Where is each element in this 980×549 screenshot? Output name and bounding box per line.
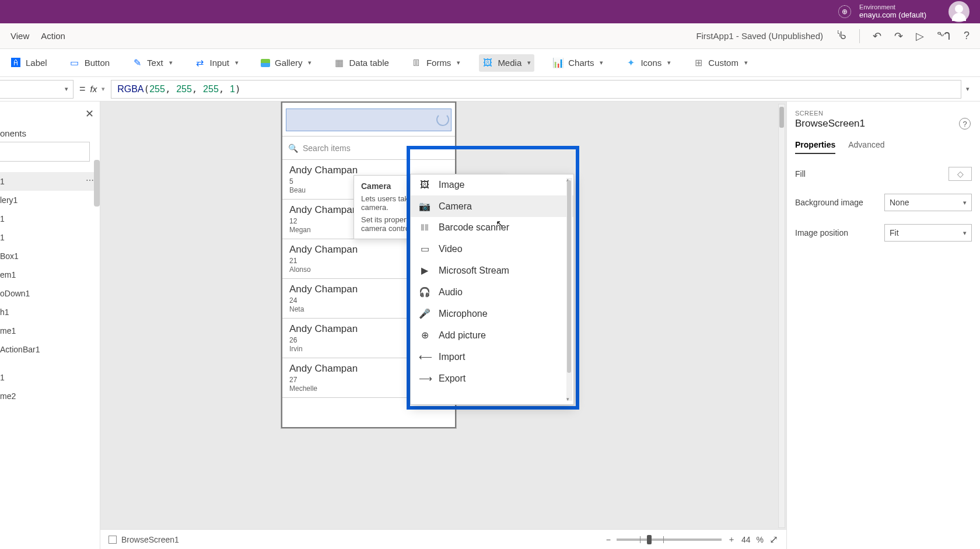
media-option-stream[interactable]: ▶Microsoft Stream [411, 260, 573, 281]
media-option-label: Add picture [439, 330, 486, 341]
pos-select[interactable]: Fit▾ [884, 224, 972, 242]
fit-screen-icon[interactable]: ⤢ [769, 533, 778, 546]
media-option-video[interactable]: ▭Video [411, 238, 573, 260]
zoom-out-icon[interactable]: − [606, 535, 611, 544]
audio-icon: 🎧 [419, 286, 430, 298]
tree-item[interactable]: 1 [0, 209, 100, 228]
media-option-label: Import [439, 352, 465, 362]
media-option-mic[interactable]: 🎤Microphone [411, 303, 573, 324]
insert-media[interactable]: 🖼Media▾ [479, 54, 534, 72]
media-option-addpic[interactable]: ⊕Add picture [411, 324, 573, 346]
fill-swatch[interactable]: ◇ [949, 167, 972, 181]
media-option-label: Camera [439, 201, 472, 212]
tree-item[interactable]: 1 [0, 228, 100, 247]
tree-item[interactable]: Box1 [0, 247, 100, 265]
main-area: ✕ onents 1⋯lery111Box1em1oDown1h1me1Acti… [0, 102, 980, 549]
zoom-value: 44 [741, 535, 751, 544]
screen-name: BrowseScreen1 [795, 118, 972, 130]
more-icon[interactable]: ⋯ [86, 176, 94, 185]
bg-select[interactable]: None▾ [884, 194, 972, 211]
media-option-audio[interactable]: 🎧Audio [411, 281, 573, 303]
panel-help-icon[interactable]: ? [959, 118, 971, 130]
tree-item[interactable]: 1 [0, 368, 100, 387]
tab-action[interactable]: Action [41, 31, 65, 41]
export-icon: ⟶ [419, 373, 430, 384]
tree-item[interactable]: 1⋯ [0, 172, 100, 191]
environment-bar: ⊕ Environment enayu.com (default) [0, 0, 980, 23]
tree-item[interactable]: me1 [0, 321, 100, 340]
insert-charts[interactable]: 📊Charts▾ [550, 54, 607, 72]
media-option-image[interactable]: 🖼Image [411, 174, 573, 195]
breadcrumb-icon [108, 536, 117, 544]
insert-icons[interactable]: ✦Icons▾ [622, 54, 674, 72]
redo-icon[interactable]: ↷ [894, 30, 903, 43]
breadcrumb[interactable]: BrowseScreen1 [121, 535, 179, 544]
tab-properties[interactable]: Properties [795, 140, 835, 154]
media-option-camera[interactable]: 📷Camera [411, 195, 573, 217]
insert-input[interactable]: ⇄Input▾ [191, 54, 242, 72]
help-icon[interactable]: ? [964, 30, 970, 42]
media-option-import[interactable]: ⟵Import [411, 346, 573, 368]
fx-expand-icon[interactable]: ▾ [102, 85, 105, 93]
insert-ribbon: 🅰Label ▭Button ✎Text▾ ⇄Input▾ Gallery▾ ▦… [0, 49, 980, 77]
insert-forms[interactable]: 🗏Forms▾ [408, 54, 464, 72]
media-dropdown: 🖼Image📷Camera⦀⦀Barcode scanner▭Video▶Mic… [410, 174, 574, 405]
media-option-label: Video [439, 244, 463, 254]
insert-gallery[interactable]: Gallery▾ [257, 54, 316, 71]
tree-panel: ✕ onents 1⋯lery111Box1em1oDown1h1me1Acti… [0, 102, 100, 549]
zoom-in-icon[interactable]: ＋ [727, 534, 736, 545]
fx-label[interactable]: fx [90, 84, 97, 94]
insert-label[interactable]: 🅰Label [7, 54, 51, 72]
zoom-slider[interactable] [617, 538, 722, 541]
tree-item[interactable] [0, 359, 100, 368]
media-option-label: Export [439, 373, 466, 384]
avatar-icon[interactable] [949, 1, 970, 22]
insert-text[interactable]: ✎Text▾ [128, 54, 176, 72]
insert-button[interactable]: ▭Button [66, 54, 113, 72]
media-option-label: Microsoft Stream [439, 265, 509, 276]
tree-item[interactable]: oDown1 [0, 284, 100, 303]
formula-input[interactable]: RGBA(255, 255, 255, 1) [111, 80, 961, 99]
barcode-icon: ⦀⦀ [419, 222, 430, 233]
media-option-barcode[interactable]: ⦀⦀Barcode scanner [411, 217, 573, 238]
tab-view[interactable]: View [10, 31, 29, 41]
tree-item[interactable]: me2 [0, 387, 100, 405]
tree-item[interactable]: em1 [0, 265, 100, 284]
tree-item[interactable]: ActionBar1 [0, 340, 100, 359]
tree-item[interactable]: h1 [0, 303, 100, 321]
environment-text: Environment enayu.com (default) [859, 4, 926, 20]
selection-overlay [286, 109, 452, 131]
canvas-scrollbar[interactable] [778, 104, 785, 528]
search-placeholder: Search items [303, 144, 351, 153]
equals-sign: = [79, 83, 86, 95]
share-icon[interactable]: ᙰ [937, 30, 951, 43]
zoom-unit: % [757, 535, 764, 544]
media-option-label: Audio [439, 287, 463, 298]
property-selector[interactable]: ▾ [0, 80, 74, 99]
dropdown-scrollbar[interactable]: ▴ ▾ [566, 178, 572, 401]
close-icon[interactable]: ✕ [85, 107, 94, 120]
app-header[interactable] [282, 103, 455, 137]
import-icon: ⟵ [419, 351, 430, 362]
play-icon[interactable]: ▷ [916, 30, 924, 43]
tree-item[interactable]: lery1 [0, 191, 100, 209]
health-check-icon[interactable]: ᔎ [837, 30, 846, 42]
prop-pos-label: Image position [795, 228, 848, 237]
media-option-export[interactable]: ⟶Export [411, 368, 573, 389]
formula-bar: ▾ = fx ▾ RGBA(255, 255, 255, 1) ▾ [0, 77, 980, 102]
insert-custom[interactable]: ⊞Custom▾ [690, 54, 751, 72]
insert-datatable[interactable]: ▦Data table [330, 54, 392, 72]
tree-search-input[interactable] [0, 142, 90, 162]
undo-icon[interactable]: ↶ [873, 30, 881, 43]
search-row[interactable]: 🔍 Search items [282, 137, 455, 160]
app-title: FirstApp1 - Saved (Unpublished) [696, 31, 823, 41]
stream-icon: ▶ [419, 265, 430, 276]
environment-icon: ⊕ [838, 5, 851, 18]
prop-bg-label: Background image [795, 198, 863, 207]
canvas-footer: BrowseScreen1 − ＋ 44 % ⤢ [100, 529, 786, 549]
tree-search[interactable] [0, 142, 100, 162]
tab-advanced[interactable]: Advanced [848, 140, 884, 154]
tree-scrollbar[interactable] [94, 160, 100, 207]
camera-icon: 📷 [419, 201, 430, 212]
formula-expand-icon[interactable]: ▾ [966, 85, 970, 93]
